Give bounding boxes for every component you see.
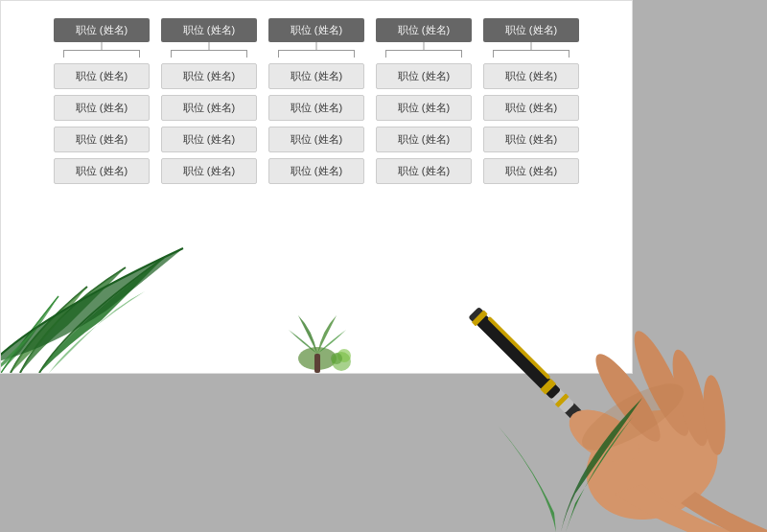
top-box-5: 职位 (姓名)	[483, 18, 579, 42]
connector-2	[161, 42, 257, 63]
sub-col-2: 职位 (姓名) 职位 (姓名) 职位 (姓名) 职位 (姓名)	[161, 63, 257, 184]
sub-col-4: 职位 (姓名) 职位 (姓名) 职位 (姓名) 职位 (姓名)	[376, 63, 472, 184]
sub-box-2-4: 职位 (姓名)	[161, 158, 257, 184]
sub-box-2-1: 职位 (姓名)	[161, 63, 257, 89]
sub-box-5-4: 职位 (姓名)	[483, 158, 579, 184]
top-box-2: 职位 (姓名)	[161, 18, 257, 42]
top-row: 职位 (姓名) 职位 (姓名) 职位 (姓名) 职位 (姓名) 职位 (姓名)	[54, 18, 579, 42]
svg-point-4	[331, 353, 342, 364]
plant-center	[269, 296, 365, 373]
sub-box-5-3: 职位 (姓名)	[483, 127, 579, 152]
top-box-1: 职位 (姓名)	[54, 18, 150, 42]
connector-5	[483, 42, 579, 63]
sub-box-4-3: 职位 (姓名)	[376, 127, 472, 152]
sub-box-3-2: 职位 (姓名)	[268, 95, 364, 121]
connector-3	[268, 42, 364, 63]
sub-box-3-1: 职位 (姓名)	[268, 63, 364, 89]
sub-box-1-3: 职位 (姓名)	[54, 127, 150, 152]
sub-box-5-2: 职位 (姓名)	[483, 95, 579, 121]
sub-box-2-3: 职位 (姓名)	[161, 127, 257, 152]
sub-box-4-2: 职位 (姓名)	[376, 95, 472, 121]
sub-rows: 职位 (姓名) 职位 (姓名) 职位 (姓名) 职位 (姓名) 职位 (姓名) …	[54, 63, 579, 184]
sub-box-1-2: 职位 (姓名)	[54, 95, 150, 121]
connectors-row	[54, 42, 579, 63]
sub-box-1-4: 职位 (姓名)	[54, 158, 150, 184]
sub-box-4-1: 职位 (姓名)	[376, 63, 472, 89]
connector-1	[54, 42, 150, 63]
palm-left	[0, 239, 250, 373]
document-area: 职位 (姓名) 职位 (姓名) 职位 (姓名) 职位 (姓名) 职位 (姓名)	[0, 0, 633, 374]
org-chart: 职位 (姓名) 职位 (姓名) 职位 (姓名) 职位 (姓名) 职位 (姓名)	[1, 1, 632, 184]
sub-box-4-4: 职位 (姓名)	[376, 158, 472, 184]
svg-rect-1	[314, 354, 320, 373]
sub-box-3-4: 职位 (姓名)	[268, 158, 364, 184]
top-box-3: 职位 (姓名)	[268, 18, 364, 42]
sub-col-5: 职位 (姓名) 职位 (姓名) 职位 (姓名) 职位 (姓名)	[483, 63, 579, 184]
sub-col-1: 职位 (姓名) 职位 (姓名) 职位 (姓名) 职位 (姓名)	[54, 63, 150, 184]
sub-box-5-1: 职位 (姓名)	[483, 63, 579, 89]
sub-box-3-3: 职位 (姓名)	[268, 127, 364, 152]
top-box-4: 职位 (姓名)	[376, 18, 472, 42]
sub-col-3: 职位 (姓名) 职位 (姓名) 职位 (姓名) 职位 (姓名)	[268, 63, 364, 184]
sub-box-2-2: 职位 (姓名)	[161, 95, 257, 121]
sub-box-1-1: 职位 (姓名)	[54, 63, 150, 89]
connector-4	[376, 42, 472, 63]
